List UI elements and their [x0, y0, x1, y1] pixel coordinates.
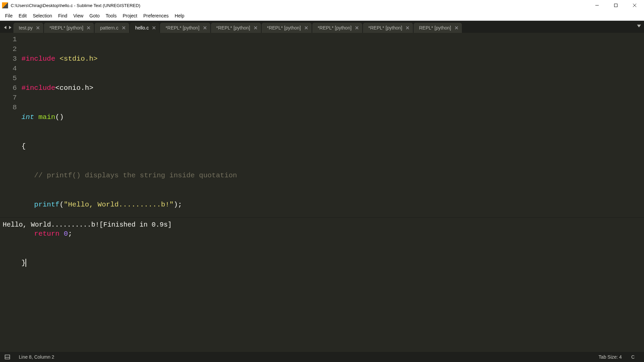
minimize-button[interactable] — [588, 0, 606, 11]
code-token: { — [21, 142, 26, 150]
svg-rect-27 — [5, 355, 10, 359]
code-token: printf — [34, 201, 60, 208]
tab-label: *REPL* [python] — [368, 25, 402, 31]
window-title: C:\Users\Chirag\Desktop\hello.c - Sublim… — [11, 3, 140, 8]
code-token: #include — [21, 55, 55, 63]
svg-marker-5 — [9, 26, 11, 29]
line-number: 3 — [0, 54, 17, 64]
code-token: ; — [68, 230, 72, 238]
panel-switcher-icon[interactable] — [5, 355, 10, 359]
tab-repl-3[interactable]: *REPL* [python] — [211, 23, 261, 33]
status-bar: Line 8, Column 2 Tab Size: 4 C — [0, 352, 644, 362]
maximize-button[interactable] — [606, 0, 625, 11]
menu-view[interactable]: View — [70, 12, 87, 20]
code-token: #include — [21, 84, 55, 92]
code-token: return — [34, 230, 60, 238]
tab-label: REPL* [python] — [419, 25, 451, 31]
close-icon[interactable] — [152, 26, 156, 30]
tab-label: hello.c — [135, 25, 149, 31]
code-token — [59, 230, 64, 238]
code-area[interactable]: #include <stdio.h> #include<conio.h> int… — [21, 33, 644, 217]
code-token: <conio.h> — [55, 84, 93, 92]
svg-marker-4 — [4, 26, 6, 29]
tab-repl-6[interactable]: *REPL* [python] — [363, 23, 413, 33]
close-icon[interactable] — [36, 26, 40, 30]
code-token: 0 — [64, 230, 68, 238]
menu-goto[interactable]: Goto — [87, 12, 103, 20]
status-syntax[interactable]: C — [627, 354, 639, 360]
menu-bar: File Edit Selection Find View Goto Tools… — [0, 11, 644, 21]
code-token: () — [55, 113, 64, 121]
tab-forward-icon[interactable] — [8, 25, 12, 31]
menu-help[interactable]: Help — [172, 12, 187, 20]
menu-project[interactable]: Project — [120, 12, 141, 20]
close-icon[interactable] — [304, 26, 308, 30]
tab-repl-2[interactable]: *REPL* [python] — [160, 23, 210, 33]
tab-back-icon[interactable] — [3, 25, 7, 31]
line-number: 8 — [0, 103, 17, 112]
status-cursor-position[interactable]: Line 8, Column 2 — [14, 354, 59, 360]
line-number: 5 — [0, 73, 17, 83]
menu-edit[interactable]: Edit — [16, 12, 30, 20]
tab-bar: test.py *REPL* [python] pattern.c hello.… — [0, 21, 644, 33]
menu-tools[interactable]: Tools — [103, 12, 120, 20]
close-button[interactable] — [625, 0, 644, 11]
close-icon[interactable] — [87, 26, 91, 30]
tab-hello-c[interactable]: hello.c — [130, 23, 159, 33]
tab-repl-5[interactable]: *REPL* [python] — [312, 23, 362, 33]
tab-label: *REPL* [python] — [165, 25, 199, 31]
code-token: // printf() displays the string inside q… — [34, 172, 237, 179]
line-number: 4 — [0, 64, 17, 73]
line-number: 7 — [0, 93, 17, 103]
close-icon[interactable] — [406, 26, 410, 30]
tab-label: *REPL* [python] — [318, 25, 352, 31]
app-icon — [2, 2, 8, 8]
code-token: main — [38, 113, 55, 121]
tab-history-nav — [2, 25, 13, 33]
code-token: <stdio.h> — [55, 55, 98, 63]
tab-label: *REPL* [python] — [267, 25, 301, 31]
close-icon[interactable] — [454, 26, 459, 30]
tab-label: *REPL* [python] — [49, 25, 83, 31]
svg-rect-1 — [614, 4, 618, 7]
tab-label: test.py — [19, 25, 33, 31]
tab-repl-1[interactable]: *REPL* [python] — [44, 23, 94, 33]
code-token — [21, 230, 34, 238]
code-token: int — [21, 113, 34, 121]
tab-label: *REPL* [python] — [216, 25, 250, 31]
line-number: 1 — [0, 35, 17, 44]
close-icon[interactable] — [355, 26, 359, 30]
tab-repl-4[interactable]: *REPL* [python] — [262, 23, 312, 33]
code-token — [21, 172, 34, 179]
line-number: 2 — [0, 44, 17, 54]
menu-file[interactable]: File — [2, 12, 16, 20]
menu-preferences[interactable]: Preferences — [140, 12, 171, 20]
tab-overflow-icon[interactable] — [637, 23, 642, 29]
tab-test-py[interactable]: test.py — [13, 23, 43, 33]
text-cursor — [25, 259, 26, 267]
close-icon[interactable] — [254, 26, 258, 30]
tab-pattern-c[interactable]: pattern.c — [95, 23, 129, 33]
menu-selection[interactable]: Selection — [30, 12, 55, 20]
close-icon[interactable] — [122, 26, 126, 30]
editor[interactable]: 1 2 3 4 5 6 7 8 #include <stdio.h> #incl… — [0, 33, 644, 217]
line-number: 6 — [0, 83, 17, 93]
code-token: "Hello, World..........b!" — [64, 201, 174, 208]
line-number-gutter: 1 2 3 4 5 6 7 8 — [0, 33, 21, 217]
code-token — [21, 201, 34, 208]
svg-marker-26 — [637, 25, 641, 27]
close-icon[interactable] — [203, 26, 207, 30]
code-token: ); — [174, 201, 182, 208]
tab-label: pattern.c — [100, 25, 118, 31]
tab-repl-7[interactable]: REPL* [python] — [414, 23, 462, 33]
window-titlebar: C:\Users\Chirag\Desktop\hello.c - Sublim… — [0, 0, 644, 11]
code-token — [34, 113, 39, 121]
status-tab-size[interactable]: Tab Size: 4 — [594, 354, 627, 360]
menu-find[interactable]: Find — [55, 12, 70, 20]
code-token: ( — [59, 201, 64, 208]
